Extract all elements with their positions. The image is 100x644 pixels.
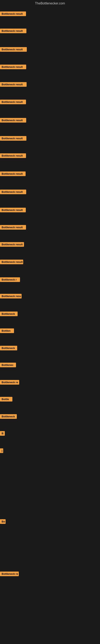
bottleneck-result-item[interactable]: Bottleneck result <box>0 260 23 264</box>
bottleneck-result-item[interactable]: Bottleneck result <box>0 47 27 52</box>
bottleneck-result-item[interactable]: Bottlenec <box>0 363 16 367</box>
bottleneck-result-item[interactable]: Bottleneck result <box>0 82 27 87</box>
bottleneck-result-item[interactable]: Bottleneck <box>0 414 17 419</box>
bottleneck-result-item[interactable]: Bo <box>0 519 6 524</box>
bottleneck-result-item[interactable]: Bottlen <box>0 328 14 333</box>
bottleneck-result-item[interactable]: Bottle <box>0 397 12 402</box>
bottleneck-result-item[interactable]: Bottleneck re <box>0 380 19 384</box>
bottleneck-result-item[interactable]: Bottleneck result <box>0 153 26 158</box>
bottleneck-result-item[interactable]: Bottleneck result <box>0 118 26 122</box>
bottleneck-result-item[interactable]: Bottleneck result <box>0 28 26 33</box>
bottleneck-result-item[interactable]: Bottleneck re <box>0 572 19 576</box>
bottleneck-result-item[interactable]: Bottleneck result <box>0 242 24 247</box>
bottleneck-result-item[interactable]: Bottleneck result <box>0 225 26 230</box>
bottleneck-result-item[interactable]: Bottleneck result <box>0 172 26 176</box>
bottleneck-result-item[interactable]: Bottleneck resu <box>0 294 22 298</box>
bottleneck-result-item[interactable]: Bottleneck result <box>0 190 26 194</box>
bottleneck-result-item[interactable]: Bottleneck result <box>0 136 26 141</box>
bottleneck-result-item[interactable]: Bottleneck result <box>0 100 26 104</box>
bottleneck-result-item[interactable]: Bottleneck result <box>0 12 26 16</box>
bottleneck-result-item[interactable]: Bottleneck <box>0 346 17 350</box>
bottleneck-result-item[interactable]: Bottleneck result <box>0 64 26 69</box>
bottleneck-result-item[interactable]: Bottleneck r <box>0 277 20 282</box>
site-title: TheBottlenecker.com <box>0 0 100 6</box>
bottleneck-result-item[interactable]: Bottleneck result <box>0 208 26 212</box>
bottleneck-result-item[interactable]: Bottleneck <box>0 312 18 316</box>
bottleneck-result-item[interactable]: | <box>0 448 3 453</box>
bottleneck-result-item[interactable]: B <box>0 431 5 436</box>
